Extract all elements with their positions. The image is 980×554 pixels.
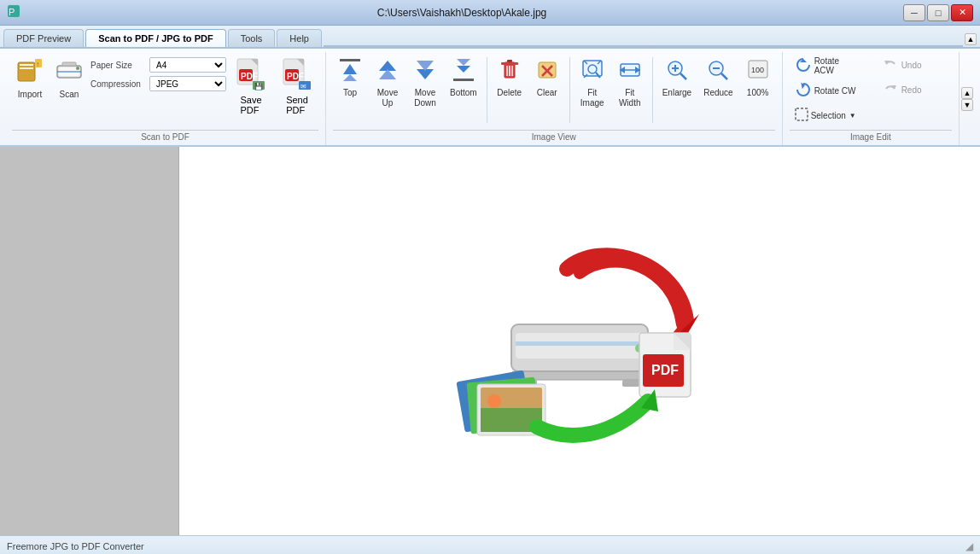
- zoom-level-icon: 100: [746, 57, 770, 86]
- reduce-label: Reduce: [703, 88, 732, 98]
- title-bar: P C:\Users\Vaishakh\Desktop\Akale.jpg ─ …: [0, 0, 980, 26]
- svg-rect-10: [62, 62, 76, 66]
- svg-rect-71: [516, 341, 644, 346]
- svg-rect-4: [20, 67, 33, 69]
- selection-label: Selection: [811, 111, 846, 120]
- send-pdf-button[interactable]: PDF ✉ Send PDF: [276, 54, 318, 119]
- ribbon-group-image-view: Top MoveUp: [326, 52, 783, 145]
- status-text: Freemore JPG to PDF Converter: [7, 541, 144, 551]
- undo-label: Undo: [901, 61, 922, 70]
- bottom-button[interactable]: Bottom: [446, 54, 481, 102]
- sep1: [487, 57, 487, 123]
- zoom-level-button[interactable]: 100 100%: [741, 54, 775, 102]
- rotate-cw-button[interactable]: Rotate CW: [790, 79, 866, 102]
- ribbon-scroll-up-btn[interactable]: ▲: [961, 87, 973, 99]
- top-button[interactable]: Top: [333, 54, 367, 102]
- move-down-label: MoveDown: [414, 88, 436, 108]
- image-edit-content: Rotate ACW Rotate CW: [790, 52, 952, 128]
- svg-text:PDF: PDF: [651, 363, 679, 377]
- svg-rect-9: [57, 71, 81, 73]
- send-pdf-icon: PDF ✉: [282, 57, 312, 93]
- ribbon-scroll-control: ▲ ▼: [960, 84, 975, 114]
- move-up-label: MoveUp: [377, 88, 398, 108]
- svg-rect-64: [796, 108, 808, 120]
- move-up-button[interactable]: MoveUp: [370, 54, 405, 112]
- svg-point-11: [76, 67, 79, 70]
- svg-text:P: P: [9, 7, 15, 17]
- scan-button[interactable]: Scan: [51, 54, 87, 103]
- selection-dropdown-button[interactable]: Selection ▼: [790, 104, 866, 126]
- paper-size-select[interactable]: A4LetterLegal: [149, 57, 226, 73]
- move-down-button[interactable]: MoveDown: [408, 54, 442, 112]
- save-pdf-label: Save PDF: [240, 95, 261, 115]
- svg-text:PDF: PDF: [241, 72, 258, 81]
- redo-label: Redo: [901, 85, 922, 95]
- tab-strip: PDF Preview Scan to PDF / JPG to PDF Too…: [0, 26, 980, 49]
- svg-rect-74: [622, 380, 639, 387]
- title-bar-left: P: [7, 4, 20, 20]
- ribbon-scroll-up[interactable]: ▲: [965, 33, 977, 45]
- rotate-acw-label: Rotate ACW: [814, 56, 860, 75]
- resize-handle[interactable]: ◢: [965, 540, 973, 552]
- svg-rect-36: [507, 60, 512, 62]
- svg-text:PDF: PDF: [287, 72, 304, 81]
- fit-image-button[interactable]: FitImage: [575, 54, 610, 112]
- import-button[interactable]: ↑ Import: [12, 54, 48, 103]
- rotate-acw-button[interactable]: Rotate ACW: [790, 54, 866, 78]
- import-icon: ↑: [16, 57, 44, 88]
- canvas-area[interactable]: PDF: [179, 147, 980, 535]
- svg-marker-25: [343, 64, 357, 74]
- tab-scan-to-pdf[interactable]: Scan to PDF / JPG to PDF: [85, 29, 225, 47]
- ribbon-group-scan-content: ↑ Import Scan: [12, 52, 318, 128]
- redo-icon: [883, 81, 898, 99]
- svg-point-85: [487, 394, 501, 408]
- window-controls: ─ □ ✕: [903, 4, 973, 21]
- delete-label: Delete: [497, 88, 522, 98]
- tab-help[interactable]: Help: [277, 29, 322, 47]
- maximize-button[interactable]: □: [927, 4, 949, 21]
- scan-group-label: Scan to PDF: [12, 130, 318, 142]
- svg-text:↑: ↑: [36, 61, 39, 68]
- clear-label: Clear: [537, 88, 557, 98]
- rotate-cw-label: Rotate CW: [814, 86, 856, 96]
- selection-dropdown-icon: ▼: [849, 112, 856, 120]
- compression-select[interactable]: JPEGPNG: [149, 76, 226, 91]
- app-icon: P: [7, 4, 20, 20]
- delete-button[interactable]: Delete: [493, 54, 527, 102]
- undo-icon: [883, 56, 898, 74]
- paper-size-label: Paper Size: [90, 61, 146, 70]
- save-pdf-button[interactable]: PDF 💾 Save PDF: [230, 54, 272, 119]
- reduce-button[interactable]: Reduce: [699, 54, 737, 102]
- rotate-cw-icon: [796, 82, 811, 100]
- compression-row: Compression JPEGPNG: [90, 76, 226, 91]
- fit-width-label: FitWidth: [619, 88, 641, 108]
- tab-tools[interactable]: Tools: [228, 29, 276, 47]
- ribbon-group-scan-to-pdf: ↑ Import Scan: [5, 52, 326, 145]
- ribbon-scroll-area: ▲ ▼: [960, 52, 975, 145]
- tab-pdf-preview[interactable]: PDF Preview: [3, 29, 84, 47]
- bottom-label: Bottom: [450, 88, 477, 98]
- minimize-button[interactable]: ─: [903, 4, 925, 21]
- enlarge-button[interactable]: Enlarge: [658, 54, 696, 102]
- scan-form: Paper Size A4LetterLegal Compression JPE…: [90, 54, 226, 95]
- scan-icon: [55, 57, 83, 88]
- sep3: [652, 57, 653, 123]
- conversion-illustration: PDF: [443, 222, 716, 461]
- sep2: [569, 57, 570, 123]
- enlarge-label: Enlarge: [662, 88, 691, 98]
- save-pdf-icon: PDF 💾: [236, 57, 266, 93]
- svg-rect-33: [453, 79, 474, 81]
- svg-marker-26: [343, 74, 357, 81]
- redo-button[interactable]: Redo: [877, 79, 954, 102]
- undo-button[interactable]: Undo: [877, 54, 954, 77]
- clear-button[interactable]: Clear: [530, 54, 564, 102]
- ribbon: ↑ Import Scan: [0, 49, 980, 147]
- window-title: C:\Users\Vaishakh\Desktop\Akale.jpg: [20, 7, 903, 19]
- zoom-label: 100%: [747, 88, 769, 98]
- delete-icon: [498, 57, 522, 86]
- fit-width-button[interactable]: FitWidth: [613, 54, 647, 112]
- ribbon-scroll-down-btn[interactable]: ▼: [961, 99, 973, 111]
- fit-image-icon: [580, 57, 604, 86]
- fit-width-icon: [618, 57, 642, 86]
- close-button[interactable]: ✕: [951, 4, 973, 21]
